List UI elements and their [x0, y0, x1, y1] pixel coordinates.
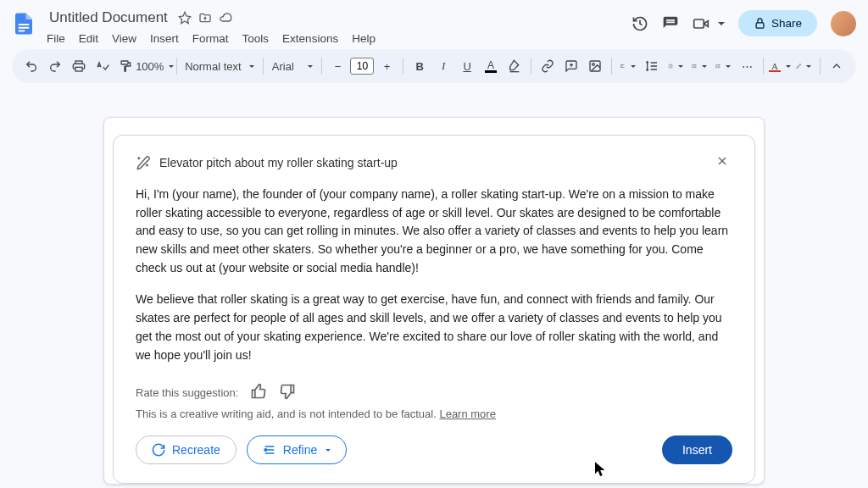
refine-caret-icon — [326, 449, 331, 452]
ai-rate-row: Rate this suggestion: — [136, 383, 732, 402]
menu-help[interactable]: Help — [346, 30, 381, 47]
share-label: Share — [771, 17, 802, 30]
menu-view[interactable]: View — [106, 30, 142, 47]
meet-caret-icon[interactable] — [718, 22, 725, 25]
highlight-color-button[interactable] — [504, 55, 526, 77]
ai-actions-row: Recreate Refine Insert — [136, 435, 732, 464]
svg-rect-3 — [694, 19, 704, 28]
comments-icon[interactable] — [662, 15, 679, 32]
thumbs-down-icon[interactable] — [279, 383, 296, 402]
svg-point-11 — [693, 66, 693, 67]
svg-rect-1 — [19, 27, 30, 29]
line-spacing-button[interactable] — [641, 55, 663, 77]
align-button[interactable] — [616, 55, 638, 77]
ai-paragraph: We believe that roller skating is a grea… — [136, 291, 732, 364]
svg-rect-0 — [19, 24, 30, 25]
history-icon[interactable] — [632, 15, 648, 32]
spellcheck-button[interactable] — [92, 55, 114, 77]
svg-rect-2 — [19, 30, 25, 32]
svg-rect-7 — [121, 61, 128, 64]
document-canvas: Elevator pitch about my roller skating s… — [0, 92, 868, 485]
insert-button[interactable]: Insert — [662, 435, 732, 464]
underline-button[interactable]: U — [456, 55, 478, 77]
cloud-status-icon[interactable] — [219, 11, 232, 25]
menu-extensions[interactable]: Extensions — [276, 30, 344, 47]
document-title[interactable]: Untitled Document — [46, 8, 171, 28]
recreate-label: Recreate — [172, 443, 220, 457]
svg-point-12 — [693, 67, 693, 68]
svg-point-10 — [693, 64, 693, 65]
more-tools-button[interactable]: ⋯ — [736, 55, 758, 77]
formatting-toolbar: 100% Normal text Arial − + B I U A ⋯ A — [12, 49, 856, 83]
menu-insert[interactable]: Insert — [144, 30, 185, 47]
menu-bar: File Edit View Insert Format Tools Exten… — [41, 30, 632, 47]
bulleted-list-button[interactable] — [688, 55, 710, 77]
editing-mode-button[interactable] — [793, 55, 815, 77]
thumbs-up-icon[interactable] — [250, 383, 267, 402]
refine-label: Refine — [283, 443, 317, 457]
zoom-select[interactable]: 100% — [139, 55, 171, 77]
menu-tools[interactable]: Tools — [236, 30, 275, 47]
share-button[interactable]: Share — [738, 10, 817, 36]
ai-generated-body: Hi, I'm (your name), the founder of (you… — [136, 186, 732, 364]
insert-link-button[interactable] — [537, 55, 559, 77]
ai-disclaimer: This is a creative writing aid, and is n… — [136, 408, 732, 420]
redo-button[interactable] — [44, 55, 66, 77]
svg-point-13 — [264, 449, 267, 452]
paragraph-style-select[interactable]: Normal text — [181, 55, 258, 77]
collapse-toolbar-button[interactable] — [826, 55, 848, 77]
docs-logo-icon[interactable] — [8, 8, 39, 39]
text-color-button[interactable]: A — [480, 55, 502, 77]
insert-comment-button[interactable] — [560, 55, 582, 77]
undo-button[interactable] — [20, 55, 42, 77]
title-bar: Untitled Document File Edit View Insert … — [0, 0, 868, 49]
font-size-input[interactable] — [350, 58, 374, 75]
insert-label: Insert — [682, 443, 712, 457]
checklist-button[interactable] — [665, 55, 687, 77]
svg-rect-4 — [756, 23, 764, 28]
input-tools-button[interactable]: A — [769, 55, 791, 77]
star-icon[interactable] — [178, 11, 192, 25]
ai-prompt-title: Elevator pitch about my roller skating s… — [159, 156, 704, 169]
print-button[interactable] — [68, 55, 90, 77]
svg-point-9 — [592, 64, 594, 66]
learn-more-link[interactable]: Learn more — [439, 408, 495, 420]
numbered-list-button[interactable] — [712, 55, 734, 77]
header-actions: Share — [632, 10, 856, 36]
meet-icon[interactable] — [693, 15, 709, 32]
refine-button[interactable]: Refine — [247, 435, 347, 464]
close-button[interactable] — [712, 151, 732, 174]
account-avatar[interactable] — [831, 11, 856, 36]
magic-write-icon — [136, 155, 151, 170]
bold-button[interactable]: B — [409, 55, 431, 77]
recreate-button[interactable]: Recreate — [136, 435, 236, 464]
document-page[interactable]: Elevator pitch about my roller skating s… — [103, 117, 765, 485]
menu-edit[interactable]: Edit — [73, 30, 104, 47]
menu-format[interactable]: Format — [186, 30, 235, 47]
font-size-increase[interactable]: + — [376, 55, 398, 77]
move-icon[interactable] — [198, 11, 212, 25]
rate-label: Rate this suggestion: — [136, 386, 238, 399]
font-family-select[interactable]: Arial — [269, 55, 316, 77]
paint-format-button[interactable] — [115, 55, 137, 77]
insert-image-button[interactable] — [584, 55, 606, 77]
ai-suggestion-card: Elevator pitch about my roller skating s… — [113, 135, 755, 484]
italic-button[interactable]: I — [432, 55, 454, 77]
font-size-decrease[interactable]: − — [326, 55, 348, 77]
ai-paragraph: Hi, I'm (your name), the founder of (you… — [136, 186, 732, 277]
menu-file[interactable]: File — [41, 30, 71, 47]
svg-rect-6 — [75, 67, 82, 71]
